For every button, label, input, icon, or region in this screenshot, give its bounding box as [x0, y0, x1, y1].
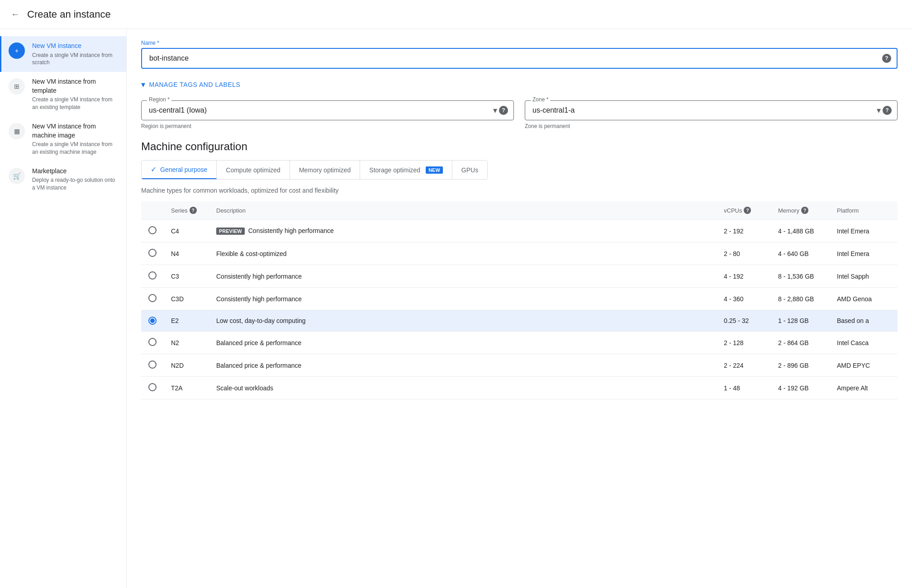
chevron-down-icon: ▾: [141, 80, 146, 90]
name-input[interactable]: [149, 54, 875, 62]
tab-compute[interactable]: Compute optimized: [217, 161, 290, 179]
zone-dropdown-icon: ▾: [877, 105, 881, 115]
th-platform: Platform: [830, 201, 898, 220]
region-value: us-central1 (Iowa): [149, 106, 207, 114]
radio-cell-t2a[interactable]: [141, 377, 164, 399]
table-row[interactable]: T2A Scale-out workloads 1 - 48 4 - 192 G…: [141, 377, 898, 399]
radio-cell-n4[interactable]: [141, 242, 164, 265]
sidebar-item-marketplace[interactable]: 🛒 Marketplace Deploy a ready-to-go solut…: [0, 161, 126, 197]
vcpu-cell-t2a: 1 - 48: [717, 377, 771, 399]
radio-n2d[interactable]: [148, 360, 157, 369]
radio-cell-n2[interactable]: [141, 332, 164, 354]
radio-cell-c3d[interactable]: [141, 288, 164, 310]
desc-cell-t2a: Scale-out workloads: [209, 377, 717, 399]
platform-cell-e2: Based on a: [830, 310, 898, 332]
manage-tags-button[interactable]: ▾ MANAGE TAGS AND LABELS: [141, 80, 898, 90]
table-row[interactable]: N2 Balanced price & performance 2 - 128 …: [141, 332, 898, 354]
zone-select[interactable]: Zone * us-central1-a ▾ ?: [525, 100, 898, 120]
tab-label-gpus: GPUs: [461, 166, 478, 174]
radio-e2[interactable]: [148, 317, 157, 325]
th-select: [141, 201, 164, 220]
table-row[interactable]: C3 Consistently high performance 4 - 192…: [141, 265, 898, 288]
new-badge-storage: NEW: [426, 166, 443, 174]
preview-badge: PREVIEW: [216, 228, 245, 235]
series-cell-n2d: N2D: [164, 354, 209, 377]
radio-c3[interactable]: [148, 271, 157, 280]
back-button[interactable]: ←: [11, 9, 20, 19]
tab-description: Machine types for common workloads, opti…: [141, 187, 898, 194]
region-zone-row: Region * us-central1 (Iowa) ▾ ? Region i…: [141, 100, 898, 129]
sidebar-icon-marketplace: 🛒: [9, 168, 25, 184]
radio-cell-n2d[interactable]: [141, 354, 164, 377]
radio-n2[interactable]: [148, 338, 157, 346]
desc-cell-c3d: Consistently high performance: [209, 288, 717, 310]
sidebar-title-new-vm: New VM instance: [32, 42, 119, 51]
table-row[interactable]: E2 Low cost, day-to-day computing 0.25 -…: [141, 310, 898, 332]
manage-tags-label: MANAGE TAGS AND LABELS: [149, 81, 241, 88]
tab-label-memory: Memory optimized: [299, 166, 351, 174]
sidebar-icon-new-vm: +: [9, 43, 25, 59]
vcpu-cell-c3d: 4 - 360: [717, 288, 771, 310]
memory-cell-t2a: 4 - 192 GB: [771, 377, 830, 399]
region-select[interactable]: Region * us-central1 (Iowa) ▾ ?: [141, 100, 514, 120]
tab-memory[interactable]: Memory optimized: [290, 161, 360, 179]
region-label: Region *: [147, 96, 171, 103]
radio-cell-c3[interactable]: [141, 265, 164, 288]
memory-info-icon[interactable]: ?: [801, 207, 808, 214]
radio-n4[interactable]: [148, 249, 157, 257]
series-cell-n2: N2: [164, 332, 209, 354]
memory-cell-n4: 4 - 640 GB: [771, 242, 830, 265]
series-info-icon[interactable]: ?: [190, 207, 197, 214]
sidebar-item-new-vm-machine-image[interactable]: ▦ New VM instance from machine image Cre…: [0, 117, 126, 161]
tab-label-compute: Compute optimized: [226, 166, 280, 174]
name-field-group: Name * ?: [141, 40, 898, 69]
radio-cell-c4[interactable]: [141, 220, 164, 242]
sidebar: + New VM instance Create a single VM ins…: [0, 29, 127, 588]
region-dropdown-icon: ▾: [493, 105, 497, 115]
tab-gpus[interactable]: GPUs: [452, 161, 487, 179]
table-row[interactable]: C4 PREVIEWConsistently high performance …: [141, 220, 898, 242]
tab-storage[interactable]: Storage optimizedNEW: [360, 161, 452, 179]
desc-cell-n2d: Balanced price & performance: [209, 354, 717, 377]
tab-label-general: General purpose: [160, 166, 207, 173]
sidebar-title-new-vm-machine-image: New VM instance from machine image: [32, 122, 119, 140]
tab-general[interactable]: ✓General purpose: [142, 161, 217, 179]
vcpu-cell-n4: 2 - 80: [717, 242, 771, 265]
vcpu-cell-e2: 0.25 - 32: [717, 310, 771, 332]
series-cell-t2a: T2A: [164, 377, 209, 399]
main-layout: + New VM instance Create a single VM ins…: [0, 29, 912, 588]
desc-cell-n4: Flexible & cost-optimized: [209, 242, 717, 265]
sidebar-item-new-vm[interactable]: + New VM instance Create a single VM ins…: [0, 36, 126, 72]
sidebar-item-new-vm-template[interactable]: ⊞ New VM instance from template Create a…: [0, 72, 126, 117]
content-area: Name * ? ▾ MANAGE TAGS AND LABELS Region…: [127, 29, 912, 588]
table-row[interactable]: C3D Consistently high performance 4 - 36…: [141, 288, 898, 310]
zone-note: Zone is permanent: [525, 123, 898, 129]
radio-t2a[interactable]: [148, 383, 157, 391]
sidebar-icon-new-vm-template: ⊞: [9, 78, 25, 95]
sidebar-desc-marketplace: Deploy a ready-to-go solution onto a VM …: [32, 176, 119, 192]
name-help-icon[interactable]: ?: [882, 54, 891, 63]
table-row[interactable]: N2D Balanced price & performance 2 - 224…: [141, 354, 898, 377]
zone-label: Zone *: [531, 96, 550, 103]
name-input-wrapper: ?: [141, 48, 898, 69]
desc-cell-c4: PREVIEWConsistently high performance: [209, 220, 717, 242]
page-title: Create an instance: [27, 9, 111, 20]
platform-cell-n4: Intel Emera: [830, 242, 898, 265]
series-cell-n4: N4: [164, 242, 209, 265]
platform-cell-n2: Intel Casca: [830, 332, 898, 354]
th-series: Series ?: [164, 201, 209, 220]
region-help-icon[interactable]: ?: [499, 106, 508, 115]
table-header: Series ? Description vCPUs ? Memory ? Pl…: [141, 201, 898, 220]
table-row[interactable]: N4 Flexible & cost-optimized 2 - 80 4 - …: [141, 242, 898, 265]
radio-c4[interactable]: [148, 226, 157, 234]
sidebar-desc-new-vm: Create a single VM instance from scratch: [32, 52, 119, 67]
vcpus-info-icon[interactable]: ?: [744, 207, 751, 214]
name-label: Name *: [141, 40, 898, 46]
zone-help-icon[interactable]: ?: [883, 106, 892, 115]
series-tbody: C4 PREVIEWConsistently high performance …: [141, 220, 898, 399]
th-memory: Memory ?: [771, 201, 830, 220]
desc-cell-e2: Low cost, day-to-day computing: [209, 310, 717, 332]
radio-cell-e2[interactable]: [141, 310, 164, 332]
series-cell-c3d: C3D: [164, 288, 209, 310]
radio-c3d[interactable]: [148, 294, 157, 302]
